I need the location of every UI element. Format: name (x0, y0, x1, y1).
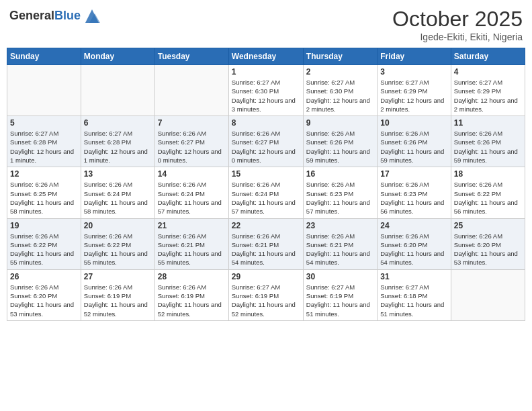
logo: GeneralBlue (9, 7, 101, 26)
calendar-cell: 24Sunrise: 6:26 AM Sunset: 6:20 PM Dayli… (378, 218, 451, 269)
day-info: Sunrise: 6:26 AM Sunset: 6:24 PM Dayligh… (158, 180, 226, 216)
day-number: 14 (158, 169, 226, 179)
calendar-week-row: 1Sunrise: 6:27 AM Sunset: 6:30 PM Daylig… (7, 65, 525, 116)
day-info: Sunrise: 6:26 AM Sunset: 6:24 PM Dayligh… (232, 180, 300, 216)
day-info: Sunrise: 6:26 AM Sunset: 6:22 PM Dayligh… (84, 232, 152, 267)
day-number: 22 (232, 221, 300, 230)
day-number: 23 (306, 221, 374, 230)
calendar-cell: 25Sunrise: 6:26 AM Sunset: 6:20 PM Dayli… (451, 218, 525, 269)
calendar-cell: 14Sunrise: 6:26 AM Sunset: 6:24 PM Dayli… (154, 167, 228, 218)
calendar-cell: 10Sunrise: 6:26 AM Sunset: 6:26 PM Dayli… (378, 116, 451, 167)
day-info: Sunrise: 6:26 AM Sunset: 6:19 PM Dayligh… (158, 283, 226, 318)
day-number: 15 (232, 169, 300, 179)
calendar-cell: 30Sunrise: 6:27 AM Sunset: 6:19 PM Dayli… (303, 269, 377, 320)
day-info: Sunrise: 6:27 AM Sunset: 6:29 PM Dayligh… (454, 78, 522, 113)
day-number: 28 (158, 272, 226, 281)
calendar-cell (81, 65, 154, 116)
day-info: Sunrise: 6:27 AM Sunset: 6:30 PM Dayligh… (306, 78, 374, 113)
day-info: Sunrise: 6:27 AM Sunset: 6:19 PM Dayligh… (232, 283, 300, 318)
day-info: Sunrise: 6:27 AM Sunset: 6:29 PM Dayligh… (380, 78, 447, 113)
calendar-cell: 23Sunrise: 6:26 AM Sunset: 6:21 PM Dayli… (303, 218, 377, 269)
weekday-header: Thursday (303, 48, 377, 65)
day-info: Sunrise: 6:26 AM Sunset: 6:22 PM Dayligh… (10, 232, 78, 267)
calendar-week-row: 5Sunrise: 6:27 AM Sunset: 6:28 PM Daylig… (7, 116, 525, 167)
calendar-cell: 3Sunrise: 6:27 AM Sunset: 6:29 PM Daylig… (378, 65, 451, 116)
day-number: 1 (232, 67, 300, 77)
day-number: 5 (10, 118, 78, 128)
day-number: 27 (84, 272, 152, 281)
calendar-cell: 5Sunrise: 6:27 AM Sunset: 6:28 PM Daylig… (7, 116, 81, 167)
day-info: Sunrise: 6:26 AM Sunset: 6:27 PM Dayligh… (232, 129, 300, 165)
day-info: Sunrise: 6:26 AM Sunset: 6:19 PM Dayligh… (84, 283, 152, 318)
day-info: Sunrise: 6:27 AM Sunset: 6:18 PM Dayligh… (380, 283, 447, 318)
calendar-cell: 9Sunrise: 6:26 AM Sunset: 6:26 PM Daylig… (303, 116, 377, 167)
day-number: 26 (10, 272, 78, 281)
day-info: Sunrise: 6:27 AM Sunset: 6:28 PM Dayligh… (10, 129, 78, 165)
calendar-cell: 19Sunrise: 6:26 AM Sunset: 6:22 PM Dayli… (7, 218, 81, 269)
calendar-cell: 22Sunrise: 6:26 AM Sunset: 6:21 PM Dayli… (228, 218, 303, 269)
day-info: Sunrise: 6:26 AM Sunset: 6:20 PM Dayligh… (380, 232, 447, 267)
day-number: 21 (158, 221, 226, 230)
month-title: October 2025 (392, 7, 523, 32)
logo-general-text: General (9, 9, 54, 22)
day-number: 29 (232, 272, 300, 281)
calendar-cell: 1Sunrise: 6:27 AM Sunset: 6:30 PM Daylig… (228, 65, 303, 116)
day-info: Sunrise: 6:26 AM Sunset: 6:23 PM Dayligh… (306, 180, 374, 216)
day-number: 20 (84, 221, 152, 230)
day-number: 9 (306, 118, 374, 128)
logo-blue-text: Blue (54, 9, 81, 22)
day-number: 8 (232, 118, 300, 128)
weekday-header: Sunday (7, 48, 81, 65)
calendar-table: SundayMondayTuesdayWednesdayThursdayFrid… (7, 48, 525, 321)
day-number: 4 (454, 67, 522, 77)
location-subtitle: Igede-Ekiti, Ekiti, Nigeria (392, 32, 523, 42)
calendar-cell: 16Sunrise: 6:26 AM Sunset: 6:23 PM Dayli… (303, 167, 377, 218)
calendar-cell: 26Sunrise: 6:26 AM Sunset: 6:20 PM Dayli… (7, 269, 81, 320)
calendar-cell: 8Sunrise: 6:26 AM Sunset: 6:27 PM Daylig… (228, 116, 303, 167)
weekday-header: Saturday (451, 48, 525, 65)
day-number: 11 (454, 118, 522, 128)
day-info: Sunrise: 6:26 AM Sunset: 6:21 PM Dayligh… (158, 232, 226, 267)
day-number: 10 (380, 118, 447, 128)
day-info: Sunrise: 6:27 AM Sunset: 6:30 PM Dayligh… (232, 78, 300, 113)
day-number: 17 (380, 169, 447, 179)
calendar-cell: 2Sunrise: 6:27 AM Sunset: 6:30 PM Daylig… (303, 65, 377, 116)
calendar-cell (451, 269, 525, 320)
calendar-cell: 27Sunrise: 6:26 AM Sunset: 6:19 PM Dayli… (81, 269, 154, 320)
calendar-cell: 4Sunrise: 6:27 AM Sunset: 6:29 PM Daylig… (451, 65, 525, 116)
weekday-header: Monday (81, 48, 154, 65)
day-number: 7 (158, 118, 226, 128)
calendar-cell (7, 65, 81, 116)
calendar-week-row: 26Sunrise: 6:26 AM Sunset: 6:20 PM Dayli… (7, 269, 525, 320)
calendar-cell: 15Sunrise: 6:26 AM Sunset: 6:24 PM Dayli… (228, 167, 303, 218)
calendar-cell: 13Sunrise: 6:26 AM Sunset: 6:24 PM Dayli… (81, 167, 154, 218)
calendar-cell: 28Sunrise: 6:26 AM Sunset: 6:19 PM Dayli… (154, 269, 228, 320)
day-number: 19 (10, 221, 78, 230)
calendar-cell (154, 65, 228, 116)
calendar-cell: 20Sunrise: 6:26 AM Sunset: 6:22 PM Dayli… (81, 218, 154, 269)
weekday-header-row: SundayMondayTuesdayWednesdayThursdayFrid… (7, 48, 525, 65)
day-info: Sunrise: 6:26 AM Sunset: 6:26 PM Dayligh… (380, 129, 447, 165)
calendar-cell: 7Sunrise: 6:26 AM Sunset: 6:27 PM Daylig… (154, 116, 228, 167)
calendar-cell: 29Sunrise: 6:27 AM Sunset: 6:19 PM Dayli… (228, 269, 303, 320)
title-block: October 2025 Igede-Ekiti, Ekiti, Nigeria (392, 7, 523, 42)
day-number: 24 (380, 221, 447, 230)
page-header: GeneralBlue October 2025 Igede-Ekiti, Ek… (7, 7, 525, 42)
calendar-cell: 17Sunrise: 6:26 AM Sunset: 6:23 PM Dayli… (378, 167, 451, 218)
calendar-cell: 21Sunrise: 6:26 AM Sunset: 6:21 PM Dayli… (154, 218, 228, 269)
day-info: Sunrise: 6:26 AM Sunset: 6:20 PM Dayligh… (454, 232, 522, 267)
day-info: Sunrise: 6:26 AM Sunset: 6:22 PM Dayligh… (454, 180, 522, 216)
day-number: 25 (454, 221, 522, 230)
day-info: Sunrise: 6:26 AM Sunset: 6:21 PM Dayligh… (306, 232, 374, 267)
weekday-header: Wednesday (228, 48, 303, 65)
logo-icon (83, 7, 101, 26)
day-info: Sunrise: 6:27 AM Sunset: 6:28 PM Dayligh… (84, 129, 152, 165)
calendar-week-row: 19Sunrise: 6:26 AM Sunset: 6:22 PM Dayli… (7, 218, 525, 269)
day-number: 12 (10, 169, 78, 179)
calendar-week-row: 12Sunrise: 6:26 AM Sunset: 6:25 PM Dayli… (7, 167, 525, 218)
calendar-cell: 12Sunrise: 6:26 AM Sunset: 6:25 PM Dayli… (7, 167, 81, 218)
day-info: Sunrise: 6:26 AM Sunset: 6:26 PM Dayligh… (306, 129, 374, 165)
day-info: Sunrise: 6:26 AM Sunset: 6:26 PM Dayligh… (454, 129, 522, 165)
day-info: Sunrise: 6:26 AM Sunset: 6:25 PM Dayligh… (10, 180, 78, 216)
calendar-cell: 18Sunrise: 6:26 AM Sunset: 6:22 PM Dayli… (451, 167, 525, 218)
